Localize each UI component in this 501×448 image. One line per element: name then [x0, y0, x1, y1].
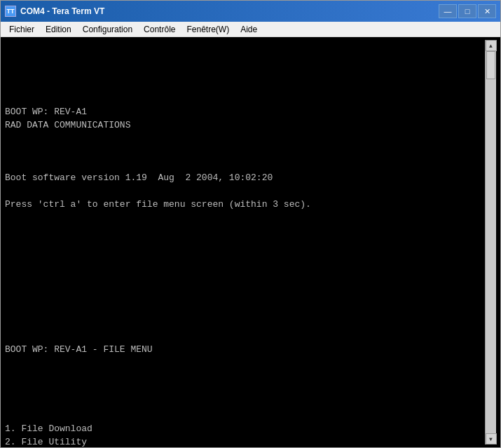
scrollbar-track[interactable] [486, 51, 496, 433]
terminal-line [5, 278, 485, 291]
terminal-line [5, 318, 485, 331]
terminal-line [5, 212, 485, 225]
window: TT COM4 - Tera Term VT — □ ✕ Fichier Edi… [0, 0, 501, 448]
menu-edition[interactable]: Edition [40, 22, 77, 36]
maximize-button[interactable]: □ [458, 4, 476, 18]
terminal-line: Boot software version 1.19 Aug 2 2004, 1… [5, 172, 485, 185]
terminal-line: RAD DATA COMMUNICATIONS [5, 119, 485, 133]
terminal-line: BOOT WP: REV-A1 - FILE MENU [5, 344, 485, 357]
terminal-line [5, 264, 485, 278]
window-controls: — □ ✕ [439, 4, 496, 18]
menu-fichier[interactable]: Fichier [4, 22, 40, 36]
menu-aide[interactable]: Aide [235, 22, 263, 36]
terminal-line [5, 330, 485, 344]
terminal-line [5, 383, 485, 397]
minimize-button[interactable]: — [439, 4, 457, 18]
terminal-line [5, 238, 485, 252]
terminal-line [5, 93, 485, 106]
terminal-line: Press 'ctrl a' to enter file menu screen… [5, 198, 485, 212]
window-title: COM4 - Tera Term VT [20, 6, 439, 16]
terminal-line [5, 409, 485, 423]
title-bar: TT COM4 - Tera Term VT — □ ✕ [1, 1, 500, 22]
scroll-up-button[interactable]: ▲ [486, 40, 497, 51]
terminal-line [5, 146, 485, 159]
terminal-area[interactable]: BOOT WP: REV-A1RAD DATA COMMUNICATIONS B… [1, 37, 500, 447]
terminal-line [5, 225, 485, 238]
terminal-line [5, 370, 485, 383]
scrollbar[interactable]: ▲ ▼ [485, 40, 496, 444]
scrollbar-thumb[interactable] [486, 51, 495, 79]
terminal-line [5, 158, 485, 172]
menu-bar: Fichier Edition Configuration Contrôle F… [1, 22, 500, 37]
terminal-line: 2. File Utility [5, 436, 485, 447]
close-button[interactable]: ✕ [478, 4, 496, 18]
menu-configuration[interactable]: Configuration [77, 22, 138, 36]
menu-controle[interactable]: Contrôle [138, 22, 181, 36]
terminal-line [5, 133, 485, 146]
terminal-line [5, 291, 485, 304]
terminal-output: BOOT WP: REV-A1RAD DATA COMMUNICATIONS B… [5, 40, 485, 444]
scroll-down-button[interactable]: ▼ [486, 433, 497, 444]
menu-fenetre[interactable]: Fenêtre(W) [181, 22, 235, 36]
terminal-line [5, 79, 485, 93]
terminal-line: BOOT WP: REV-A1 [5, 106, 485, 119]
window-icon: TT [5, 6, 16, 17]
terminal-line [5, 357, 485, 370]
terminal-line [5, 185, 485, 198]
terminal-line [5, 304, 485, 318]
terminal-line [5, 251, 485, 264]
terminal-line [5, 397, 485, 410]
terminal-line: 1. File Download [5, 423, 485, 436]
